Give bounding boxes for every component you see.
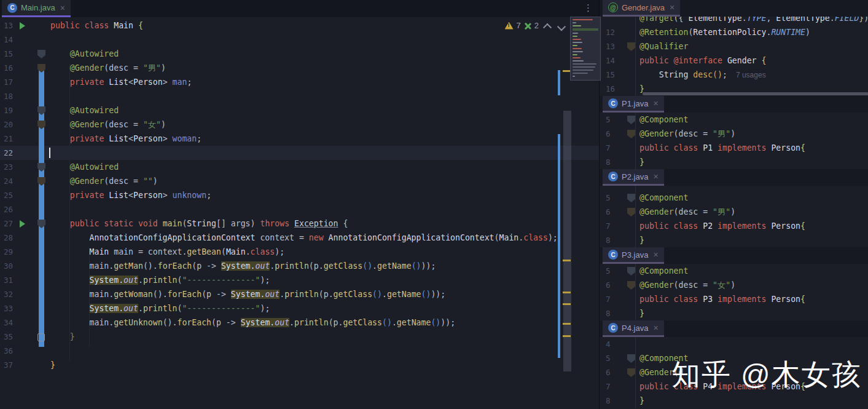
line-number[interactable]: 14 — [4, 33, 13, 47]
warning-stripe-mark[interactable] — [563, 303, 571, 305]
tab-main-java[interactable]: C Main.java × — [2, 0, 71, 17]
line-number[interactable]: 5 — [606, 191, 611, 205]
code-line[interactable]: 15 String desc();7 usages — [600, 68, 868, 82]
code-line[interactable]: 14public @interface Gender { — [600, 54, 868, 68]
change-stripe-mark[interactable] — [558, 134, 560, 358]
horizontal-scrollbar[interactable] — [643, 92, 868, 95]
line-number[interactable]: 7 — [606, 292, 611, 306]
run-icon[interactable] — [20, 22, 25, 30]
line-number[interactable]: 7 — [606, 141, 611, 155]
line-number[interactable]: 5 — [606, 113, 611, 127]
spring-bean-icon[interactable] — [627, 42, 635, 51]
line-number[interactable]: 8 — [606, 155, 611, 169]
scrollbar-thumb[interactable] — [563, 111, 571, 371]
code-line[interactable]: 8} — [600, 394, 868, 408]
line-number[interactable]: 31 — [4, 273, 13, 287]
code-line[interactable]: 23 @Autowired — [0, 160, 599, 174]
run-icon[interactable] — [20, 220, 25, 228]
code-line[interactable]: 7public class P1 implements Person{ — [600, 141, 868, 155]
code-line[interactable]: 24 @Gender(desc = "") — [0, 174, 599, 188]
marker-icon[interactable] — [37, 333, 45, 341]
code-line[interactable]: 19 @Autowired — [0, 103, 599, 117]
line-number[interactable]: 13 — [4, 18, 13, 33]
line-number[interactable]: 6 — [606, 127, 611, 141]
line-number[interactable]: 19 — [4, 103, 13, 117]
mini-editor[interactable]: @Target({ ElementType.TYPE, ElementType.… — [600, 17, 868, 96]
line-number[interactable]: 15 — [4, 47, 13, 61]
code-line[interactable]: 8} — [600, 306, 868, 320]
close-icon[interactable]: × — [652, 250, 658, 259]
code-line[interactable]: 29 Main main = context.getBean(Main.clas… — [0, 245, 599, 259]
main-editor[interactable]: 13public class Main {1415 @Autowired16 @… — [0, 17, 599, 409]
code-line[interactable]: 25 private List<Person> unknown; — [0, 188, 599, 202]
mini-editor[interactable]: 5@Component6@Gender(desc = "女")7public c… — [600, 264, 868, 320]
code-line[interactable]: 37} — [0, 358, 599, 372]
code-line[interactable]: 6@Gender(desc = "女") — [600, 278, 868, 292]
line-number[interactable]: 5 — [606, 351, 611, 365]
line-number[interactable]: 12 — [606, 25, 615, 39]
more-tabs-icon[interactable]: ⋮ — [584, 2, 593, 14]
line-number[interactable]: 8 — [606, 394, 611, 408]
warning-stripe-mark[interactable] — [563, 260, 571, 261]
code-line[interactable]: 16 @Gender(desc = "男") — [0, 61, 599, 75]
close-icon[interactable]: × — [59, 4, 65, 12]
next-issue-icon[interactable] — [557, 22, 566, 31]
code-line[interactable]: 6@Gender(desc = "男") — [600, 205, 868, 219]
code-line[interactable]: 34 main.getUnknown().forEach(p -> System… — [0, 316, 599, 330]
tab-p1-java[interactable]: CP1.java× — [603, 96, 664, 113]
code-line[interactable]: 20 @Gender(desc = "女") — [0, 117, 599, 132]
line-number[interactable]: 17 — [4, 75, 13, 89]
code-line[interactable]: @Target({ ElementType.TYPE, ElementType.… — [600, 17, 868, 25]
warning-stripe-mark[interactable] — [563, 323, 571, 325]
spring-bean-icon[interactable] — [627, 281, 635, 290]
code-line[interactable]: 27 public static void main(String[] args… — [0, 216, 599, 231]
line-number[interactable]: 27 — [4, 216, 13, 231]
tab-p2-java[interactable]: CP2.java× — [603, 169, 664, 186]
tab-p4-java[interactable]: CP4.java× — [603, 320, 664, 337]
line-number[interactable]: 8 — [606, 233, 611, 247]
line-number[interactable]: 13 — [606, 39, 615, 54]
spring-autowired-icon[interactable] — [627, 354, 635, 363]
spring-autowired-icon[interactable] — [37, 50, 45, 58]
mini-editor[interactable]: 5@Component6@Gender(desc = "男")7public c… — [600, 113, 868, 169]
line-number[interactable]: 6 — [606, 205, 611, 219]
tab-gender-java[interactable]: @Gender.java× — [603, 0, 680, 17]
line-number[interactable]: 21 — [4, 132, 13, 146]
spring-autowired-icon[interactable] — [627, 194, 635, 202]
spring-bean-icon[interactable] — [627, 368, 635, 377]
spring-autowired-icon[interactable] — [627, 267, 635, 276]
line-number[interactable]: 36 — [4, 344, 13, 358]
line-number[interactable]: 25 — [4, 188, 13, 202]
close-icon[interactable]: × — [652, 99, 658, 108]
line-number[interactable]: 22 — [4, 146, 13, 160]
code-line[interactable]: 32 main.getWoman().forEach(p -> System.o… — [0, 287, 599, 301]
code-line[interactable]: 15 @Autowired — [0, 47, 599, 61]
line-number[interactable]: 5 — [606, 264, 611, 278]
code-line[interactable]: 8} — [600, 233, 868, 247]
line-number[interactable]: 8 — [606, 306, 611, 320]
close-icon[interactable]: × — [652, 324, 658, 332]
code-line[interactable]: 21 private List<Person> woman; — [0, 132, 599, 146]
line-number[interactable]: 16 — [606, 82, 615, 96]
code-line[interactable]: 31 System.out.println("--------------"); — [0, 273, 599, 287]
code-line[interactable]: 8} — [600, 155, 868, 169]
code-line[interactable]: 17 private List<Person> man; — [0, 75, 599, 89]
warning-stripe-mark[interactable] — [563, 292, 571, 293]
mini-editor[interactable]: 5@Component6@Gender(desc = "男")7public c… — [600, 186, 868, 247]
code-line[interactable]: 12@Retention(RetentionPolicy.RUNTIME) — [600, 25, 868, 39]
line-number[interactable]: 18 — [4, 89, 13, 103]
code-line[interactable]: 5@Component — [600, 191, 868, 205]
warning-stripe-mark[interactable] — [563, 335, 571, 337]
spring-bean-icon[interactable] — [627, 208, 635, 216]
line-number[interactable]: 32 — [4, 287, 13, 301]
line-number[interactable]: 33 — [4, 301, 13, 316]
code-line[interactable]: 26 — [0, 202, 599, 216]
inspections-widget[interactable]: 7 2 — [505, 21, 567, 30]
line-number[interactable]: 15 — [606, 68, 615, 82]
line-number[interactable]: 37 — [4, 358, 13, 372]
line-number[interactable]: 26 — [4, 202, 13, 216]
code-line[interactable]: 30 main.getMan().forEach(p -> System.out… — [0, 259, 599, 273]
code-line[interactable]: 36 — [0, 344, 599, 358]
code-line[interactable]: 5@Component — [600, 264, 868, 278]
close-icon[interactable]: × — [652, 172, 658, 181]
